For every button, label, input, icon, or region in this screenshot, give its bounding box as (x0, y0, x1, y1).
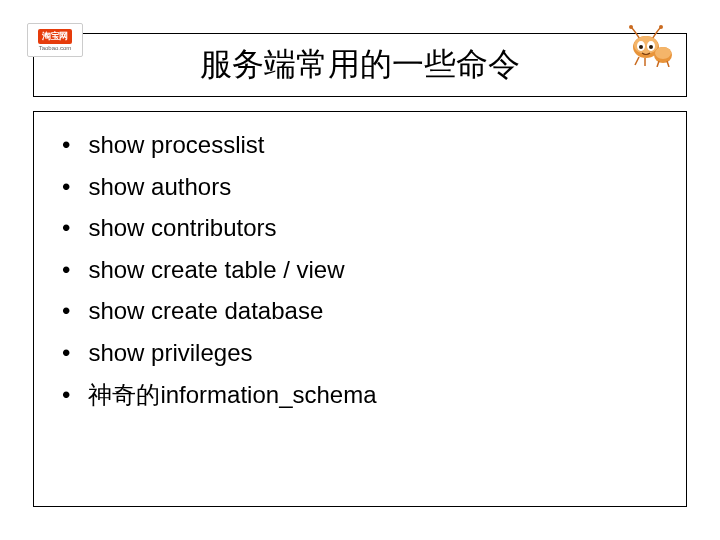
bullet-icon: • (62, 294, 70, 328)
svg-point-0 (629, 25, 633, 29)
logo-text-bottom: Taobao.com (39, 45, 72, 51)
bullet-text: show processlist (88, 128, 264, 162)
logo-text-top: 淘宝网 (38, 29, 72, 44)
bullet-list: • show processlist • show authors • show… (62, 128, 658, 411)
bullet-text: show privileges (88, 336, 252, 370)
bullet-icon: • (62, 211, 70, 245)
list-item: • show authors (62, 170, 658, 204)
list-item: • show processlist (62, 128, 658, 162)
list-item: • show create table / view (62, 253, 658, 287)
bullet-icon: • (62, 128, 70, 162)
list-item: • 神奇的information_schema (62, 378, 658, 412)
title-box: 服务端常用的一些命令 (33, 33, 687, 97)
svg-point-1 (659, 25, 663, 29)
svg-point-7 (649, 45, 653, 49)
svg-point-9 (655, 47, 671, 59)
list-item: • show create database (62, 294, 658, 328)
slide-container: 淘宝网 Taobao.com (15, 15, 705, 525)
list-item: • show privileges (62, 336, 658, 370)
bullet-text: show authors (88, 170, 231, 204)
ant-mascot-icon (623, 23, 675, 67)
bullet-text: show create table / view (88, 253, 344, 287)
taobao-logo: 淘宝网 Taobao.com (27, 23, 83, 57)
bullet-text: show create database (88, 294, 323, 328)
list-item: • show contributors (62, 211, 658, 245)
bullet-text: 神奇的information_schema (88, 378, 376, 412)
svg-point-6 (639, 45, 643, 49)
content-box: • show processlist • show authors • show… (33, 111, 687, 507)
slide-title: 服务端常用的一些命令 (200, 43, 520, 87)
bullet-icon: • (62, 336, 70, 370)
bullet-icon: • (62, 378, 70, 412)
bullet-text: show contributors (88, 211, 276, 245)
bullet-icon: • (62, 253, 70, 287)
bullet-icon: • (62, 170, 70, 204)
